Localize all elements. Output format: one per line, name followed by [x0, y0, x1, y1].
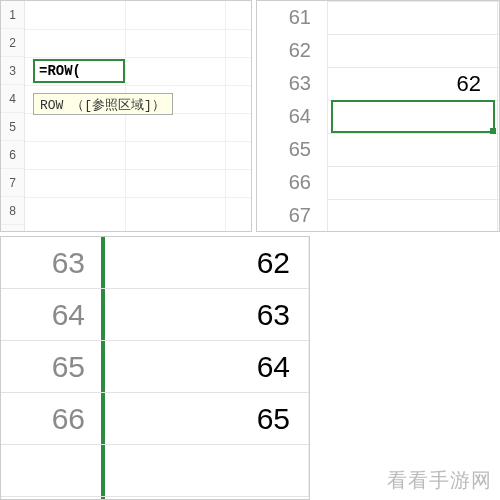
row-header[interactable] [1, 445, 101, 496]
formula-tooltip: ROW （[参照区域]） [33, 93, 173, 115]
table-row[interactable]: 66 65 [1, 393, 309, 445]
table-row[interactable]: 63 62 [1, 237, 309, 289]
cell-value[interactable]: 63 [105, 289, 309, 340]
row-header[interactable]: 6 [1, 141, 24, 169]
table-row[interactable]: 64 63 [1, 289, 309, 341]
row-header[interactable]: 61 [257, 1, 327, 34]
panel-result-preview: 61 62 63 64 65 66 67 62 [256, 0, 500, 232]
row-header[interactable]: 63 [1, 237, 101, 288]
row-header[interactable]: 64 [1, 289, 101, 340]
row-header-column: 61 62 63 64 65 66 67 [257, 1, 327, 231]
cell-value[interactable]: 64 [105, 341, 309, 392]
row-header[interactable]: 3 [1, 57, 24, 85]
row-header[interactable]: 5 [1, 113, 24, 141]
fill-handle-icon[interactable] [490, 128, 496, 134]
row-header[interactable]: 65 [257, 133, 327, 166]
row-header[interactable]: 2 [1, 29, 24, 57]
row-header[interactable]: 63 [257, 67, 327, 100]
panel-formula-entry: 1 2 3 4 5 6 7 8 =ROW( ROW （[参照区域]） [0, 0, 252, 232]
cell-value[interactable]: 65 [105, 393, 309, 444]
panel-filled-series: 63 62 64 63 65 64 66 65 [0, 236, 310, 500]
row-header[interactable]: 1 [1, 1, 24, 29]
table-row[interactable]: 65 64 [1, 341, 309, 393]
cell-value[interactable]: 62 [331, 67, 491, 100]
cell-value[interactable]: 62 [105, 237, 309, 288]
cell-grid[interactable]: =ROW( ROW （[参照区域]） [25, 1, 251, 231]
row-header-column: 1 2 3 4 5 6 7 8 [1, 1, 25, 231]
row-header[interactable]: 67 [257, 199, 327, 232]
row-header[interactable]: 65 [1, 341, 101, 392]
selected-cell[interactable] [331, 100, 495, 133]
row-header[interactable]: 7 [1, 169, 24, 197]
watermark-text: 看看手游网 [387, 467, 492, 494]
row-header[interactable]: 66 [257, 166, 327, 199]
table-row[interactable] [1, 445, 309, 497]
row-header[interactable]: 4 [1, 85, 24, 113]
row-header[interactable]: 62 [257, 34, 327, 67]
cell-value[interactable] [105, 445, 309, 496]
row-header[interactable]: 66 [1, 393, 101, 444]
row-header[interactable]: 8 [1, 197, 24, 225]
active-cell-formula[interactable]: =ROW( [33, 59, 125, 83]
row-header[interactable]: 64 [257, 100, 327, 133]
